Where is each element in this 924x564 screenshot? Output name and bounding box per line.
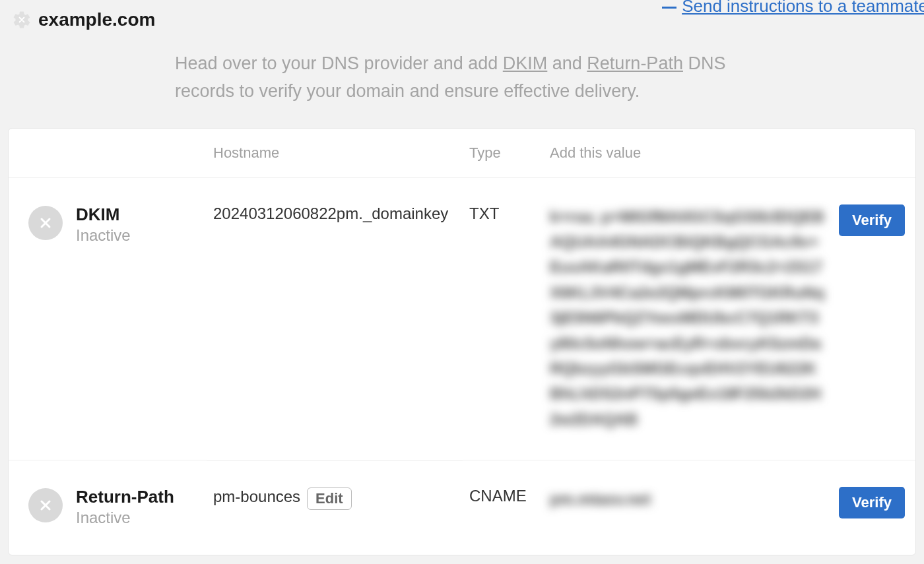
domain-header: example.com — [12, 9, 155, 30]
col-header-hostname: Hostname — [207, 129, 463, 178]
send-instructions-label: Send instructions to a teammate — [682, 0, 924, 16]
record-value-blurred: k=rsa; p=MIGfMA0GCSqGSIb3DQEBAQUAA4GNADC… — [550, 204, 826, 433]
send-instructions-link[interactable]: Send instructions to a teammate — [662, 0, 924, 16]
verify-button[interactable]: Verify — [839, 487, 905, 518]
record-value-blurred: pm.mtasv.net — [550, 487, 826, 512]
edit-hostname-button[interactable]: Edit — [307, 487, 352, 510]
col-header-type: Type — [463, 129, 543, 178]
verify-button[interactable]: Verify — [839, 204, 905, 236]
record-row-return-path: Return-Path Inactive pm-bounces Edit CNA… — [9, 460, 915, 555]
col-header-action — [832, 129, 915, 178]
record-hostname: 20240312060822pm._domainkey — [213, 204, 448, 223]
gear-icon — [12, 10, 32, 30]
domain-name: example.com — [38, 9, 155, 30]
record-type: CNAME — [463, 460, 543, 555]
record-status: Inactive — [76, 226, 131, 245]
col-header-value: Add this value — [543, 129, 832, 178]
record-type: TXT — [463, 177, 543, 460]
record-label: Return-Path — [76, 487, 174, 507]
dns-records-table: Hostname Type Add this value — [9, 129, 915, 555]
return-path-help-link[interactable]: Return-Path — [587, 53, 683, 73]
dns-records-card: Hostname Type Add this value — [8, 128, 916, 556]
record-label: DKIM — [76, 204, 131, 225]
status-inactive-icon — [28, 206, 63, 240]
status-inactive-icon — [28, 488, 63, 522]
dkim-help-link[interactable]: DKIM — [503, 53, 548, 73]
record-row-dkim: DKIM Inactive 20240312060822pm._domainke… — [9, 177, 915, 460]
intro-text: Head over to your DNS provider and add D… — [0, 50, 792, 106]
record-hostname: pm-bounces — [213, 487, 300, 506]
dash-icon — [662, 7, 676, 9]
col-header-blank — [9, 129, 207, 178]
record-status: Inactive — [76, 509, 174, 527]
